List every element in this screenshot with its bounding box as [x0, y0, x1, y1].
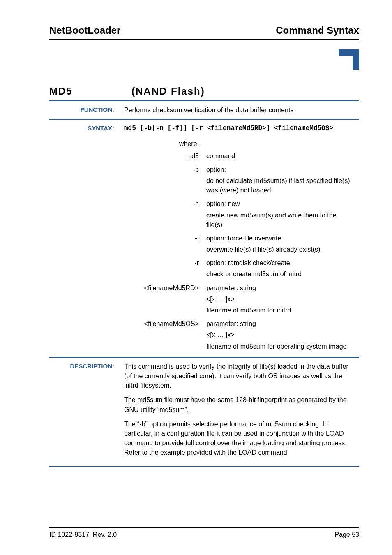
corner-bot [353, 56, 359, 70]
page-header: NetBootLoader Command Syntax [49, 25, 359, 40]
where-row: where: [124, 139, 354, 148]
param-desc: parameter: string<[x … ]x>filename of md… [206, 319, 354, 353]
function-text: Performs checksum verification of the da… [119, 101, 359, 119]
param-row: md5command [124, 151, 354, 162]
param-desc-line: check or create md5sum of initrd [206, 269, 354, 279]
param-desc: option: ramdisk check/createcheck or cre… [206, 258, 354, 280]
param-desc: parameter: string<[x … ]x>filename of md… [206, 283, 354, 317]
command-table: FUNCTION: Performs checksum verification… [49, 100, 359, 467]
param-row: -boption:do not calculate md5sum(s) if l… [124, 165, 354, 197]
param-row: <filenameMd5OS>parameter: string<[x … ]x… [124, 319, 354, 353]
page: NetBootLoader Command Syntax MD5 (NAND F… [0, 0, 392, 555]
param-row: -foption: force file overwriteoverwrite … [124, 234, 354, 256]
header-right: Command Syntax [276, 25, 359, 36]
syntax-content: md5 [-b|-n [-f]] [-r <filenameMd5RD>] <f… [119, 119, 359, 357]
param-desc: command [206, 151, 354, 162]
description-content: This command is used to verify the integ… [119, 357, 359, 467]
param-name: <filenameMd5RD> [124, 283, 206, 317]
footer-left: ID 1022-8317, Rev. 2.0 [49, 531, 117, 539]
param-desc-line: create new md5sum(s) and write them to t… [206, 210, 354, 229]
page-footer: ID 1022-8317, Rev. 2.0 Page 53 [49, 527, 359, 539]
description-paragraph: The “-b” option permits selective perfor… [124, 419, 354, 458]
function-label: FUNCTION: [49, 101, 119, 119]
syntax-label: SYNTAX: [49, 119, 119, 357]
param-desc-line: <[x … ]x> [206, 294, 354, 304]
param-desc-line: option: new [206, 199, 354, 208]
param-name: -r [124, 258, 206, 280]
corner-top [339, 49, 359, 56]
param-desc-line: option: force file overwrite [206, 234, 354, 243]
description-row: DESCRIPTION: This command is used to ver… [49, 357, 359, 467]
param-desc: option: newcreate new md5sum(s) and writ… [206, 199, 354, 231]
where-label: where: [124, 139, 206, 148]
param-desc-line: command [206, 151, 354, 161]
command-title-row: MD5 (NAND Flash) [49, 86, 359, 97]
param-desc-line: option: [206, 165, 354, 174]
param-row: <filenameMd5RD>parameter: string<[x … ]x… [124, 283, 354, 317]
param-desc: option: force file overwriteoverwrite fi… [206, 234, 354, 256]
description-paragraph: The md5sum file must have the same 128-b… [124, 395, 354, 414]
footer-right: Page 53 [334, 531, 359, 539]
param-desc-line: option: ramdisk check/create [206, 258, 354, 268]
param-desc-line: do not calculate md5sum(s) if last speci… [206, 176, 354, 195]
param-desc-line: parameter: string [206, 319, 354, 328]
param-name: -n [124, 199, 206, 231]
param-name: md5 [124, 151, 206, 162]
syntax-code: md5 [-b|-n [-f]] [-r <filenameMd5RD>] <f… [124, 124, 354, 133]
description-label: DESCRIPTION: [49, 357, 119, 467]
corner-decoration [339, 49, 359, 70]
param-name: -b [124, 165, 206, 197]
syntax-row: SYNTAX: md5 [-b|-n [-f]] [-r <filenameMd… [49, 119, 359, 357]
description-paragraph: This command is used to verify the integ… [124, 362, 354, 391]
param-desc-line: <[x … ]x> [206, 330, 354, 340]
command-subtitle: (NAND Flash) [131, 86, 205, 97]
param-row: -noption: newcreate new md5sum(s) and wr… [124, 199, 354, 231]
header-left: NetBootLoader [49, 25, 120, 36]
description-paragraphs: This command is used to verify the integ… [124, 362, 354, 458]
param-desc-line: filename of md5sum for operating system … [206, 342, 354, 351]
param-desc-line: parameter: string [206, 283, 354, 293]
param-name: -f [124, 234, 206, 256]
param-desc-line: overwrite file(s) if file(s) already exi… [206, 245, 354, 254]
param-desc: option:do not calculate md5sum(s) if las… [206, 165, 354, 197]
param-desc-line: filename of md5sum for initrd [206, 305, 354, 315]
param-name: <filenameMd5OS> [124, 319, 206, 353]
function-row: FUNCTION: Performs checksum verification… [49, 101, 359, 119]
param-row: -roption: ramdisk check/createcheck or c… [124, 258, 354, 280]
params-container: md5command-boption:do not calculate md5s… [124, 151, 354, 353]
where-empty [206, 139, 354, 148]
command-name: MD5 [49, 86, 131, 97]
